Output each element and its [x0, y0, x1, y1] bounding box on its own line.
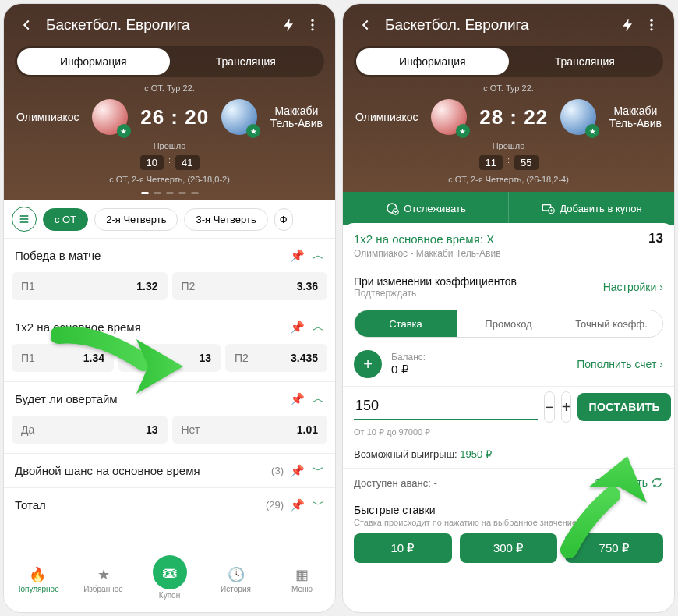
odd-cell[interactable]: Х13 [118, 344, 221, 372]
tab-stream[interactable]: Трансляция [170, 48, 323, 75]
favorite-icon[interactable]: ★ [117, 124, 131, 138]
right-screen: Баскетбол. Евролига Информация Трансляци… [343, 4, 674, 612]
back-icon[interactable] [354, 13, 377, 37]
plus-button[interactable]: + [561, 391, 572, 423]
settings-link[interactable]: Настройки› [603, 281, 663, 293]
bolt-icon[interactable] [277, 13, 301, 37]
timer-sec: 55 [514, 155, 538, 170]
chevron-down-icon[interactable]: ﹀ [313, 497, 324, 512]
markets-list: Победа в матче 📌 ︿ П11.32 П23.36 1х2 на … [4, 239, 335, 561]
refresh-icon [651, 476, 663, 489]
topup-link[interactable]: Пополнить счет› [577, 358, 663, 370]
team1-name: Олимпиакос [16, 111, 79, 123]
pin-icon[interactable]: 📌 [290, 464, 305, 478]
tab-info[interactable]: Информация [17, 48, 170, 75]
market-block: Победа в матче 📌 ︿ П11.32 П23.36 [4, 239, 335, 310]
track-button[interactable]: Отслеживать [343, 192, 509, 225]
slip-segments: Ставка Промокод Точный коэфф. [354, 310, 663, 338]
market-block: 1х2 на основное время 📌 ︿ П11.34 Х13 П23… [4, 310, 335, 382]
pin-icon[interactable]: 📌 [290, 249, 305, 263]
chevron-up-icon[interactable]: ︿ [313, 391, 324, 406]
grid-icon: ▦ [295, 566, 309, 583]
tab-info[interactable]: Информация [356, 48, 509, 75]
clock-icon: 🕓 [228, 566, 245, 583]
favorite-icon[interactable]: ★ [585, 124, 599, 138]
back-icon[interactable] [15, 13, 38, 37]
elapsed-label: Прошло [493, 141, 525, 150]
score: 28 : 22 [479, 105, 548, 129]
chevron-up-icon[interactable]: ︿ [313, 320, 324, 335]
team2-logo[interactable]: ★ [560, 99, 596, 135]
pin-icon[interactable]: 📌 [290, 498, 305, 512]
nav-fav[interactable]: ★Избранное [70, 561, 136, 612]
nav-history[interactable]: 🕓История [203, 561, 269, 612]
request-link[interactable]: Запросить [595, 476, 663, 489]
balance-value: 0 ₽ [391, 363, 567, 377]
filter-chip[interactable]: Ф [274, 208, 293, 231]
nav-popular[interactable]: 🔥Популярное [4, 561, 70, 612]
timer-sec: 41 [175, 155, 199, 170]
odd-cell[interactable]: П11.34 [12, 344, 114, 372]
market-header[interactable]: 1х2 на основное время 📌 ︿ [4, 310, 335, 344]
add-coupon-button[interactable]: Добавить в купон [509, 192, 674, 225]
pin-icon[interactable]: 📌 [290, 320, 305, 335]
market-header[interactable]: Будет ли овертайм 📌 ︿ [4, 382, 335, 416]
team1-logo[interactable]: ★ [431, 99, 467, 135]
seg-stake[interactable]: Ставка [355, 310, 457, 337]
pin-icon[interactable]: 📌 [290, 392, 305, 406]
seg-exact[interactable]: Точный коэфф. [560, 310, 662, 337]
page-title: Баскетбол. Евролига [38, 16, 277, 34]
odd-cell[interactable]: Нет1.01 [172, 416, 328, 444]
favorite-icon[interactable]: ★ [246, 124, 260, 138]
bolt-icon[interactable] [616, 13, 640, 37]
match-header: Баскетбол. Евролига Информация Трансляци… [343, 4, 674, 192]
ticket-icon: 🎟 [153, 555, 187, 589]
market-block: Двойной шанс на основное время (3) 📌 ﹀ [4, 454, 335, 488]
confirm-label: Подтверждать [354, 288, 517, 299]
kebab-icon[interactable] [301, 13, 324, 37]
odds-change-label: При изменении коэффициентов [354, 275, 517, 288]
odd-cell[interactable]: П11.32 [12, 272, 168, 300]
filter-chip[interactable]: с ОТ [43, 208, 88, 231]
quick-stake-button[interactable]: 300 ₽ [460, 533, 558, 563]
favorite-icon[interactable]: ★ [456, 124, 470, 138]
advance-label: Доступен аванс: - [354, 477, 437, 489]
left-screen: Баскетбол. Евролига Информация Трансляци… [4, 4, 335, 612]
submit-button[interactable]: ПОСТАВИТЬ [577, 393, 671, 421]
filter-chip[interactable]: 2-я Четверть [94, 208, 178, 231]
seg-promo[interactable]: Промокод [457, 310, 560, 337]
team2-name: МаккабиТель-Авив [609, 104, 662, 129]
chevron-right-icon: › [659, 358, 663, 370]
score: 26 : 20 [140, 105, 209, 129]
list-icon[interactable] [12, 207, 37, 232]
kebab-icon[interactable] [640, 13, 663, 37]
market-header[interactable]: Победа в матче 📌 ︿ [4, 239, 335, 272]
svg-point-2 [311, 28, 313, 30]
elapsed-label: Прошло [154, 141, 186, 150]
market-header[interactable]: Тотал (29) 📌 ﹀ [4, 488, 335, 522]
market-block: Тотал (29) 📌 ﹀ [4, 488, 335, 522]
bottom-nav: 🔥Популярное ★Избранное 🎟Купон 🕓История ▦… [4, 561, 335, 612]
stake-input[interactable] [354, 395, 538, 420]
nav-menu[interactable]: ▦Меню [269, 561, 335, 612]
market-header[interactable]: Двойной шанс на основное время (3) 📌 ﹀ [4, 454, 335, 487]
quick-stake-button[interactable]: 750 ₽ [565, 533, 663, 563]
chevron-up-icon[interactable]: ︿ [313, 248, 324, 263]
tab-stream[interactable]: Трансляция [509, 48, 662, 75]
team1-logo[interactable]: ★ [92, 99, 128, 135]
odd-cell[interactable]: П23.435 [225, 344, 327, 372]
tour-label: с ОТ. Тур 22. [343, 83, 674, 93]
odd-cell[interactable]: П23.36 [172, 272, 328, 300]
team2-logo[interactable]: ★ [221, 99, 257, 135]
quick-sub: Ставка происходит по нажатию на выбранно… [354, 518, 663, 533]
action-bar: Отслеживать Добавить в купон [343, 192, 674, 225]
status-line: с ОТ, 2-я Четверть, (26-18,2-4) [343, 170, 674, 192]
chevron-down-icon[interactable]: ﹀ [313, 463, 324, 478]
quick-stake-button[interactable]: 10 ₽ [354, 533, 452, 563]
minus-button[interactable]: − [544, 391, 555, 423]
nav-coupon[interactable]: 🎟Купон [136, 561, 203, 612]
filter-chip[interactable]: 3-я Четверть [184, 208, 267, 231]
flame-icon: 🔥 [29, 566, 46, 583]
odd-cell[interactable]: Да13 [12, 416, 168, 444]
add-balance-icon[interactable]: + [354, 350, 382, 378]
